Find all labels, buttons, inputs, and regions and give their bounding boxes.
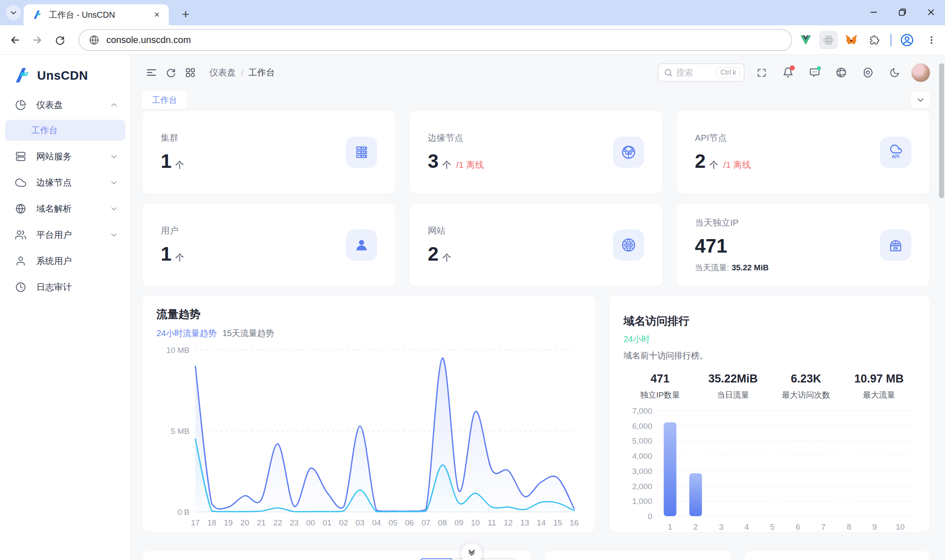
- stat-value: 471: [695, 234, 727, 257]
- user-silhouette-icon: [346, 229, 377, 261]
- language-button[interactable]: [832, 63, 851, 82]
- stat-unit: 个: [443, 252, 451, 264]
- notification-badge: [790, 65, 795, 70]
- svg-text:04: 04: [372, 518, 381, 527]
- browser-tabstrip: 工作台 - UnsCDN × +: [0, 0, 945, 25]
- tab-close-button[interactable]: ×: [151, 9, 163, 21]
- url-bar[interactable]: console.unscdn.com: [78, 29, 792, 51]
- react-devtools-extension-icon[interactable]: [819, 31, 838, 49]
- sidebar-collapse-button[interactable]: [142, 63, 161, 82]
- stat-title: 当天独立IP: [695, 217, 769, 229]
- svg-text:15: 15: [553, 518, 562, 527]
- rank-period[interactable]: 24小时: [624, 334, 915, 345]
- stat-offline: /1 离线: [724, 159, 751, 171]
- activity-card: 动态: [544, 550, 731, 560]
- svg-text:22: 22: [273, 518, 282, 527]
- extensions-puzzle-icon[interactable]: [866, 31, 884, 49]
- pie-chart-icon: [15, 100, 26, 110]
- sidebar-item-platform-users[interactable]: 平台用户: [0, 222, 130, 248]
- sidebar-item-label: 域名解析: [36, 203, 110, 215]
- minimize-icon: [869, 8, 878, 17]
- svg-text:7: 7: [821, 522, 826, 531]
- stat-unit: 个: [443, 159, 451, 171]
- toolbar-divider: [890, 34, 892, 46]
- breadcrumb-root[interactable]: 仪表盘: [209, 67, 236, 78]
- stat-offline: /1 离线: [456, 159, 484, 171]
- search-input[interactable]: [676, 68, 710, 78]
- cluster-rack-icon: [346, 137, 377, 168]
- svg-text:18: 18: [207, 518, 216, 527]
- page-scrollbar-thumb[interactable]: [939, 63, 944, 198]
- activity-card-title: 动态: [560, 558, 715, 560]
- sidebar-item-website-service[interactable]: 网站服务: [0, 143, 130, 170]
- forward-button[interactable]: [27, 30, 47, 50]
- fullscreen-button[interactable]: [752, 63, 771, 82]
- sidebar-item-system-users[interactable]: 系统用户: [0, 248, 130, 274]
- chevron-up-icon: [110, 101, 118, 109]
- dark-mode-button[interactable]: [885, 63, 904, 82]
- breadcrumb-current: 工作台: [248, 67, 275, 78]
- tabbar: 工作台: [142, 90, 930, 110]
- svg-text:08: 08: [438, 518, 447, 527]
- svg-text:5 MB: 5 MB: [171, 427, 189, 436]
- vue-devtools-extension-icon[interactable]: [796, 31, 815, 49]
- stat-unit: 个: [176, 252, 184, 264]
- traffic-tab-15d[interactable]: 15天流量趋势: [222, 328, 274, 339]
- page-refresh-button[interactable]: [161, 63, 181, 82]
- rank-stat-value: 6.23K: [770, 372, 842, 385]
- sidebar-item-audit-log[interactable]: 日志审计: [0, 274, 130, 300]
- stat-value: 3: [428, 150, 439, 172]
- range-button-3[interactable]: [484, 558, 516, 560]
- back-arrow-icon: [9, 34, 21, 46]
- svg-text:21: 21: [257, 518, 266, 527]
- tab-workbench[interactable]: 工作台: [142, 91, 187, 109]
- chevron-down-icon: [10, 9, 17, 16]
- gear-icon: [862, 67, 873, 78]
- notifications-button[interactable]: [778, 63, 798, 82]
- sidebar-item-label: 系统用户: [36, 255, 118, 267]
- rank-stat-label: 独立IP数量: [624, 390, 697, 401]
- traffic-tab-24h[interactable]: 24小时流量趋势: [157, 328, 216, 339]
- metamask-extension-icon[interactable]: [842, 31, 861, 49]
- window-close-button[interactable]: [917, 0, 945, 24]
- rank-card-title: 域名访问排行: [624, 314, 915, 328]
- globe-icon: [836, 67, 847, 78]
- window-minimize-button[interactable]: [860, 0, 888, 24]
- new-users-card-title: 新用户: [157, 558, 188, 560]
- chevron-down-icon: [110, 205, 118, 213]
- browser-menu-kebab-icon[interactable]: [922, 31, 941, 49]
- browser-tab[interactable]: 工作台 - UnsCDN ×: [24, 4, 169, 25]
- messages-button[interactable]: [805, 63, 824, 82]
- unscdn-logo-icon: [14, 66, 32, 85]
- sidebar-item-dns[interactable]: 域名解析: [0, 196, 130, 222]
- stat-value: 1: [161, 150, 172, 172]
- svg-text:10 MB: 10 MB: [166, 346, 189, 355]
- svg-text:3: 3: [719, 522, 724, 531]
- domain-rank-card: 域名访问排行 24小时 域名前十访问排行榜。 471独立IP数量 35.22Mi…: [609, 295, 930, 532]
- sidebar-subitem-workbench[interactable]: 工作台: [5, 120, 125, 141]
- site-globe-icon: [89, 35, 100, 46]
- api-cloud-icon: API: [880, 137, 911, 168]
- user-avatar[interactable]: [911, 63, 930, 82]
- stat-value: 2: [695, 150, 706, 172]
- sidebar-item-edge-nodes[interactable]: 边缘节点: [0, 170, 130, 196]
- tab-search-button[interactable]: [6, 5, 21, 20]
- back-button[interactable]: [5, 30, 25, 50]
- moon-icon: [889, 67, 900, 78]
- chevron-down-icon: [110, 179, 118, 186]
- reload-button[interactable]: [50, 30, 70, 50]
- range-button-1[interactable]: [420, 558, 452, 560]
- stat-card-api-nodes: API节点 2 个 /1 离线 API: [676, 110, 930, 194]
- todo-card-title: 代办事项: [759, 558, 915, 560]
- window-restore-button[interactable]: [888, 0, 916, 24]
- stat-card-unique-ip: 当天独立IP 471 当天流量:35.22 MiB IP: [676, 203, 930, 287]
- browser-profile-button[interactable]: [898, 31, 916, 49]
- global-search[interactable]: Ctrl k: [658, 63, 745, 82]
- sidebar-item-dashboard[interactable]: 仪表盘: [0, 92, 130, 118]
- tabbar-collapse-button[interactable]: [911, 92, 930, 108]
- svg-text:03: 03: [356, 518, 364, 527]
- apps-grid-button[interactable]: [181, 63, 200, 82]
- new-tab-button[interactable]: +: [177, 6, 194, 23]
- settings-button[interactable]: [858, 63, 878, 82]
- logo[interactable]: UnsCDN: [0, 55, 130, 86]
